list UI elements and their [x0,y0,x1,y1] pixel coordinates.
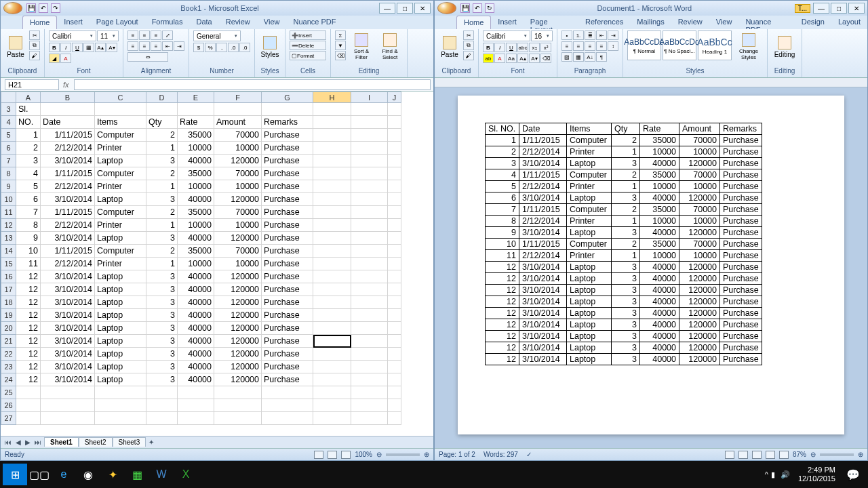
multilevel-button[interactable]: ≣ [585,30,595,40]
col-header[interactable]: E [178,92,214,103]
align-right-button[interactable]: ≡ [151,41,161,51]
row-header[interactable]: 6 [1,142,16,155]
clear-format-button[interactable]: ⌫ [540,54,551,63]
tab-nuance-pdf[interactable]: Nuance PDF [738,16,794,29]
sort-filter-button[interactable]: Sort & Filter [349,30,374,63]
zoom-in-button[interactable]: ⊕ [424,451,429,458]
tab-view[interactable]: View [709,16,739,29]
table-row[interactable]: 123/10/2014Laptop340000120000Purchase [486,331,762,342]
currency-button[interactable]: $ [193,43,204,52]
zoom-level[interactable]: 87% [793,451,806,458]
align-bottom-button[interactable]: ≡ [151,30,161,40]
align-left-button[interactable]: ≡ [127,41,138,51]
cut-icon[interactable]: ✂ [29,30,40,40]
zoom-slider[interactable] [820,453,854,456]
tab-nav-last[interactable]: ⏭ [33,439,43,446]
font-name-combo[interactable]: Calibri [483,30,530,41]
row-header[interactable]: 3 [1,103,16,116]
zoom-out-button[interactable]: ⊖ [810,451,816,458]
minimize-button[interactable]: — [813,3,829,14]
tab-nav-first[interactable]: ⏮ [3,439,13,446]
table-row[interactable]: 123/10/2014Laptop340000120000Purchase [486,308,762,319]
view-web-icon[interactable] [752,451,762,459]
view-pagebreak-icon[interactable] [341,451,351,459]
copy-icon[interactable]: ⧉ [463,41,474,50]
table-row[interactable]: 15112/12/2014Printer11000010000Purchase [1,258,401,270]
start-button[interactable]: ⊞ [3,464,27,485]
col-header[interactable]: I [351,92,388,103]
font-color-button[interactable]: A [494,54,505,63]
tab-data[interactable]: Data [189,16,218,29]
align-center-button[interactable]: ≡ [573,41,584,51]
zoom-out-button[interactable]: ⊖ [376,451,382,458]
table-row[interactable]: 22/12/2014Printer11000010000Purchase [486,146,762,158]
grow-font-button[interactable]: A▴ [95,43,106,52]
table-row[interactable]: 21123/10/2014Laptop340000120000Purchase [1,335,401,348]
indent-dec-button[interactable]: ⇤ [596,30,607,40]
status-words[interactable]: Words: 297 [484,451,518,458]
tab-home[interactable]: Home [456,16,491,29]
word-document-area[interactable]: Sl. NO.DateItemsQtyRateAmountRemarks11/1… [435,87,867,448]
minimize-button[interactable]: — [379,3,395,14]
row-header[interactable]: 26 [1,399,16,412]
underline-button[interactable]: U [72,43,83,52]
indent-inc-button[interactable]: ⇥ [174,41,184,51]
close-button[interactable]: ✕ [414,3,431,14]
word-taskbar-icon[interactable]: W [149,464,174,485]
fx-icon[interactable]: fx [63,81,74,89]
sort-button[interactable]: A↓ [585,52,595,62]
excel-taskbar-icon[interactable]: X [174,464,198,485]
table-row[interactable]: 123/10/2014Laptop340000120000Purchase [486,296,762,308]
delete-cells-button[interactable]: ➖ Delete [290,41,326,50]
redo-icon[interactable]: ↷ [51,3,60,13]
tab-page-layout[interactable]: Page Layout [90,16,145,29]
bold-button[interactable]: B [483,43,494,52]
row-header[interactable]: 12 [1,219,16,232]
maximize-button[interactable]: □ [397,3,413,14]
row-header[interactable]: 16 [1,270,16,283]
find-select-button[interactable]: Find & Select [377,30,403,63]
align-right-button[interactable]: ≡ [585,41,595,51]
col-header[interactable]: A [16,92,41,103]
table-row[interactable]: 123/10/2014Laptop340000120000Purchase [486,285,762,296]
strike-button[interactable]: abc [517,43,528,52]
merge-button[interactable]: ⇔ [127,52,168,62]
line-spacing-button[interactable]: ↕ [608,41,618,51]
view-outline-icon[interactable] [766,451,775,459]
table-row[interactable]: 952/12/2014Printer11000010000Purchase [1,180,401,193]
paste-button[interactable]: Paste [439,30,460,63]
zoom-slider[interactable] [386,453,420,456]
row-header[interactable]: 25 [1,386,16,399]
word-ruler[interactable] [435,78,867,87]
row-header[interactable]: 8 [1,167,16,180]
font-size-combo[interactable]: 11 [97,30,119,41]
table-row[interactable]: 22123/10/2014Laptop340000120000Purchase [1,348,401,361]
table-row[interactable]: 16123/10/2014Laptop340000120000Purchase [1,270,401,283]
zoom-level[interactable]: 100% [355,451,372,458]
table-row[interactable]: 101/11/2015Computer23500070000Purchase [486,239,762,250]
bold-button[interactable]: B [49,43,60,52]
table-row[interactable]: 123/10/2014Laptop340000120000Purchase [486,262,762,273]
table-row[interactable]: 1282/12/2014Printer11000010000Purchase [1,219,401,232]
excel-titlebar[interactable]: 💾 ↶ ↷ Book1 - Microsoft Excel — □ ✕ [1,1,433,16]
row-header[interactable]: 22 [1,348,16,361]
insert-cells-button[interactable]: ➕ Insert [290,30,326,40]
task-view-icon[interactable]: ▢▢ [27,464,52,485]
highlight-button[interactable]: ab [483,54,494,63]
undo-icon[interactable]: ↶ [39,3,48,13]
tab-nuance-pdf[interactable]: Nuance PDF [286,16,342,29]
align-top-button[interactable]: ≡ [127,30,138,40]
tab-insert[interactable]: Insert [57,16,90,29]
table-row[interactable]: 18123/10/2014Laptop340000120000Purchase [1,296,401,309]
word-table[interactable]: Sl. NO.DateItemsQtyRateAmountRemarks11/1… [485,123,762,365]
comma-button[interactable]: , [216,43,227,52]
superscript-button[interactable]: x² [540,43,551,52]
save-icon[interactable]: 💾 [460,3,470,13]
row-header[interactable]: 13 [1,232,16,245]
view-draft-icon[interactable] [779,451,789,459]
table-row[interactable]: 52/12/2014Printer11000010000Purchase [486,181,762,192]
notifications-icon[interactable]: 💬 [841,464,865,485]
col-header[interactable]: B [41,92,95,103]
table-row[interactable]: 20123/10/2014Laptop340000120000Purchase [1,322,401,335]
col-header[interactable]: G [262,92,313,103]
